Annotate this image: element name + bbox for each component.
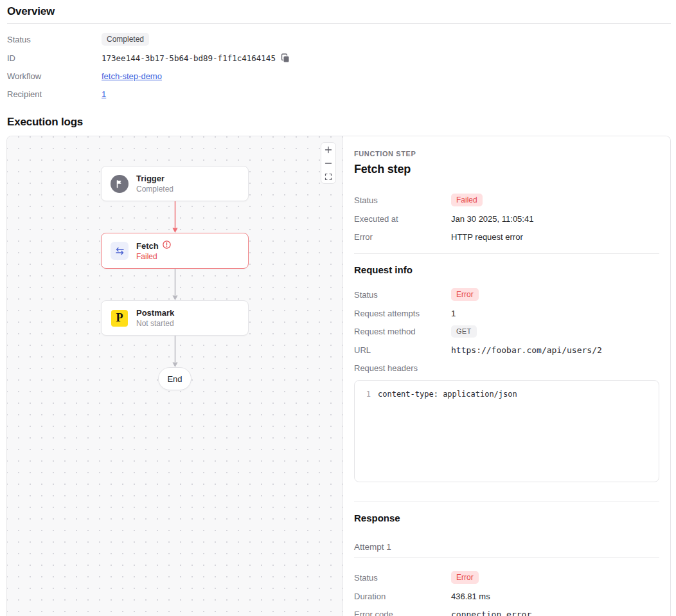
field-label: ID (7, 53, 102, 63)
attempt-label: Attempt 1 (354, 542, 659, 552)
status-badge: Completed (102, 33, 149, 46)
recipient-link[interactable]: 1 (102, 89, 106, 99)
status-badge: Failed (451, 194, 483, 206)
summary-row-executed-at: Executed at Jan 30 2025, 11:05:41 (354, 213, 659, 224)
overview-title: Overview (7, 5, 671, 18)
method-badge: GET (451, 325, 477, 338)
response-rows: Status Error Duration 436.81 ms Error co… (354, 571, 659, 616)
node-title: Fetch (136, 241, 159, 251)
step-title: Fetch step (354, 163, 659, 176)
node-trigger[interactable]: Trigger Completed (101, 166, 249, 201)
execution-logs-title: Execution logs (7, 116, 671, 129)
divider (354, 502, 659, 502)
duration-value: 436.81 ms (451, 592, 490, 601)
request-row-url: URL https://foobar.com/api/users/2 (354, 344, 659, 356)
field-label: Duration (354, 592, 451, 601)
error-value: HTTP request error (451, 232, 523, 242)
overview-section: Overview Status Completed ID 173ee144-3b… (7, 5, 671, 100)
summary-row-status: Status Failed (354, 194, 659, 206)
field-label: Request attempts (354, 309, 451, 318)
response-row-error-code: Error code connection_error (354, 608, 659, 616)
node-title: Postmark (136, 308, 174, 318)
node-postmark[interactable]: P Postmark Not started (101, 300, 249, 336)
line-number: 1 (355, 389, 378, 400)
request-info-rows: Status Error Request attempts 1 Request … (354, 288, 659, 374)
overview-row-status: Status Completed (7, 33, 671, 46)
response-title: Response (354, 512, 659, 523)
page: Overview Status Completed ID 173ee144-3b… (0, 0, 676, 616)
workflow-link[interactable]: fetch-step-demo (102, 71, 162, 81)
zoom-out-icon[interactable] (321, 156, 335, 170)
node-status: Completed (136, 185, 173, 194)
executed-at-value: Jan 30 2025, 11:05:41 (451, 214, 533, 224)
summary-row-error: Error HTTP request error (354, 231, 659, 242)
divider (354, 253, 659, 254)
field-label: Executed at (354, 214, 451, 224)
status-badge: Error (451, 571, 479, 584)
field-label: Request headers (354, 363, 451, 373)
zoom-in-icon[interactable] (321, 143, 335, 156)
edge-trigger-fetch (171, 201, 179, 233)
fit-view-icon[interactable] (321, 170, 335, 183)
request-row-status: Status Error (354, 288, 659, 301)
field-label: Recipient (7, 89, 102, 99)
code-line: 1 content-type: application/json (355, 389, 659, 400)
attempts-value: 1 (451, 309, 456, 318)
node-fetch[interactable]: Fetch Failed (101, 233, 249, 269)
error-info-icon (163, 240, 171, 251)
status-badge: Error (451, 288, 479, 301)
response-row-duration: Duration 436.81 ms (354, 590, 659, 602)
postmark-icon: P (111, 309, 129, 327)
overview-row-workflow: Workflow fetch-step-demo (7, 70, 671, 82)
field-label: Status (354, 573, 451, 583)
error-code-value: connection_error (451, 610, 531, 616)
step-summary: Status Failed Executed at Jan 30 2025, 1… (354, 194, 659, 242)
field-label: Status (7, 35, 102, 44)
canvas-controls (321, 142, 336, 184)
execution-logs-container: Trigger Completed Fetch (6, 136, 671, 616)
node-end[interactable]: End (158, 367, 191, 390)
request-info-title: Request info (354, 264, 659, 275)
overview-row-id: ID 173ee144-3b17-5b64-bd89-f1f1c4164145 (7, 52, 671, 64)
copy-icon[interactable] (281, 53, 290, 62)
field-label: Workflow (7, 71, 102, 81)
transaction-id: 173ee144-3b17-5b64-bd89-f1f1c4164145 (102, 53, 276, 63)
step-details-panel: FUNCTION STEP Fetch step Status Failed E… (343, 136, 670, 616)
response-row-status: Status Error (354, 571, 659, 584)
field-label: Status (354, 195, 451, 205)
flag-icon (111, 175, 129, 193)
field-label: Error (354, 232, 451, 242)
request-row-headers: Request headers (354, 362, 659, 374)
request-row-method: Request method GET (354, 325, 659, 338)
code-text: content-type: application/json (378, 389, 517, 400)
url-value: https://foobar.com/api/users/2 (451, 345, 602, 355)
request-row-attempts: Request attempts 1 (354, 307, 659, 319)
step-type-label: FUNCTION STEP (354, 150, 659, 158)
request-headers-code-block[interactable]: 1 content-type: application/json (354, 380, 659, 482)
node-title: Trigger (136, 174, 173, 183)
divider (7, 23, 671, 24)
overview-row-recipient: Recipient 1 (7, 88, 671, 100)
field-label: Status (354, 290, 451, 300)
node-status: Not started (136, 319, 174, 328)
divider (354, 557, 659, 558)
workflow-canvas[interactable]: Trigger Completed Fetch (7, 136, 343, 616)
field-label: URL (354, 345, 451, 355)
swap-arrows-icon (111, 242, 129, 260)
field-label: Error code (354, 610, 451, 616)
node-status: Failed (136, 252, 171, 261)
edge-fetch-postmark (171, 269, 179, 301)
field-label: Request method (354, 327, 451, 336)
edge-postmark-end (171, 336, 179, 368)
